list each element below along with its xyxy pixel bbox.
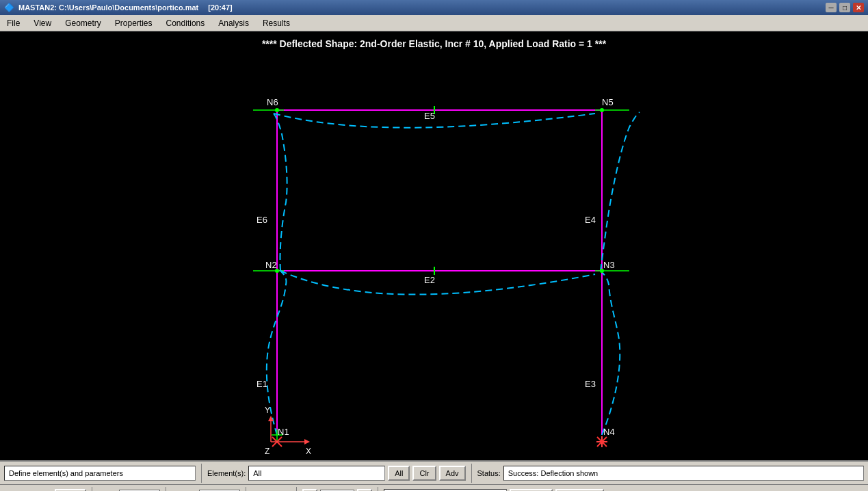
elements-value: All <box>253 469 261 477</box>
svg-text:N3: N3 <box>603 260 615 270</box>
sep1 <box>201 464 202 483</box>
canvas-area: **** Deflected Shape: 2nd-Order Elastic,… <box>0 31 868 460</box>
clr-button[interactable]: Clr <box>412 466 436 481</box>
menu-file[interactable]: File <box>0 15 27 31</box>
elements-field: All <box>248 466 385 481</box>
svg-text:E6: E6 <box>257 215 267 225</box>
bottom-row2: Defl Line Type Dash Scale 15 # of pts 10… <box>0 485 868 491</box>
titlebar-time: [20:47] <box>208 3 232 12</box>
menu-conditions[interactable]: Conditions <box>159 15 212 31</box>
sep5 <box>246 487 246 492</box>
apply-button[interactable]: Apply <box>510 489 553 492</box>
main-svg: N6 N5 N2 N3 N1 N4 E5 E2 E6 E4 E1 E3 Y Z … <box>0 31 868 460</box>
all-button[interactable]: All <box>388 466 410 481</box>
svg-text:N2: N2 <box>265 260 277 270</box>
close-button[interactable]: ✕ <box>853 3 864 12</box>
apply-status-panel <box>384 489 507 492</box>
app-icon: 🔷 <box>4 3 14 12</box>
status-label: Status: <box>477 469 501 477</box>
svg-marker-40 <box>304 439 310 444</box>
menu-analysis[interactable]: Analysis <box>211 15 256 31</box>
nav-right-button[interactable]: > <box>357 489 372 492</box>
svg-text:E4: E4 <box>585 215 596 225</box>
svg-text:N4: N4 <box>603 427 615 437</box>
svg-text:N6: N6 <box>267 97 278 107</box>
sep3 <box>92 487 92 492</box>
define-panel: Define element(s) and parameters <box>4 466 196 481</box>
cancel-button[interactable]: Cancel <box>555 489 603 492</box>
menu-view[interactable]: View <box>27 15 58 31</box>
svg-text:X: X <box>306 447 311 456</box>
svg-text:Z: Z <box>265 447 269 456</box>
svg-text:E2: E2 <box>424 275 435 285</box>
minimize-button[interactable]: ─ <box>826 3 837 12</box>
menu-properties[interactable]: Properties <box>108 15 159 31</box>
adv-button[interactable]: Adv <box>439 466 466 481</box>
menu-geometry[interactable]: Geometry <box>58 15 108 31</box>
svg-point-20 <box>600 108 604 112</box>
bottom-row1: Define element(s) and parameters Element… <box>0 462 868 485</box>
sep4 <box>166 487 166 492</box>
menubar: File View Geometry Properties Conditions… <box>0 15 868 31</box>
bottombar: Define element(s) and parameters Element… <box>0 460 868 491</box>
sep6 <box>296 487 297 492</box>
elements-label: Element(s): <box>207 469 246 477</box>
define-label: Define element(s) and parameters <box>9 469 123 477</box>
menu-results[interactable]: Results <box>256 15 297 31</box>
titlebar: 🔷 MASTAN2: C:\Users\Paulo\Documents\port… <box>0 0 868 15</box>
maximize-button[interactable]: □ <box>839 3 850 12</box>
svg-text:E5: E5 <box>424 111 435 121</box>
titlebar-title: MASTAN2: C:\Users\Paulo\Documents\portic… <box>18 3 198 12</box>
titlebar-left: 🔷 MASTAN2: C:\Users\Paulo\Documents\port… <box>4 3 233 12</box>
sep2 <box>471 464 472 483</box>
sep7 <box>378 487 378 492</box>
svg-text:Y: Y <box>265 406 270 415</box>
svg-text:N1: N1 <box>278 427 289 437</box>
svg-text:E3: E3 <box>585 379 596 389</box>
svg-text:E1: E1 <box>257 379 267 389</box>
svg-text:N5: N5 <box>602 97 614 107</box>
nav-left-button[interactable]: < <box>302 489 317 492</box>
status-field: Success: Deflection shown <box>503 466 864 481</box>
dash-button[interactable]: Dash <box>55 489 86 492</box>
status-value: Success: Deflection shown <box>508 469 598 477</box>
svg-point-21 <box>275 108 279 112</box>
titlebar-controls: ─ □ ✕ <box>826 3 864 12</box>
